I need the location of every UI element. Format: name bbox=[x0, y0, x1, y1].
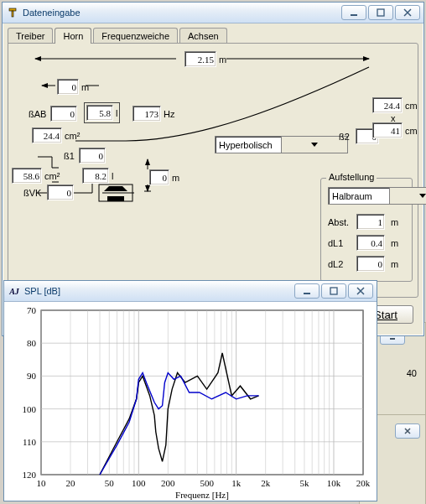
aufstellung-legend: Aufstellung bbox=[326, 172, 377, 182]
spl-app-icon: AJ bbox=[8, 284, 21, 298]
svg-text:120: 120 bbox=[23, 470, 37, 480]
height-field[interactable]: m bbox=[149, 169, 179, 185]
tab-bar: Treiber Horn Frequenzweiche Achsen bbox=[3, 23, 423, 43]
svg-text:Frequenz [Hz]: Frequenz [Hz] bbox=[175, 490, 229, 500]
bg-close-icon bbox=[395, 423, 420, 439]
spl-window: AJ SPL [dB] 1201101009080701020501002005… bbox=[3, 280, 377, 501]
bvk-field[interactable] bbox=[47, 184, 74, 200]
area-top-field[interactable]: cm² bbox=[32, 127, 80, 143]
svg-rect-15 bbox=[330, 288, 337, 294]
svg-text:20: 20 bbox=[66, 478, 76, 488]
svg-text:2k: 2k bbox=[261, 478, 271, 488]
spl-chart: 1201101009080701020501002005001k2k5k10k2… bbox=[4, 302, 373, 500]
mouth-h-field[interactable]: cm bbox=[372, 122, 418, 138]
svg-text:10: 10 bbox=[37, 478, 47, 488]
aufstellung-group: Aufstellung Halbraum Abst. m dL1 m dL2 m bbox=[320, 178, 413, 282]
total-length-field[interactable]: m bbox=[184, 51, 226, 67]
svg-rect-4 bbox=[377, 9, 384, 16]
spl-window-title: SPL [dB] bbox=[24, 286, 294, 296]
chevron-down-icon bbox=[281, 137, 347, 153]
bab-field[interactable] bbox=[50, 106, 77, 122]
dl1-label: dL1 bbox=[328, 238, 356, 248]
svg-text:500: 500 bbox=[200, 478, 214, 488]
abst-label: Abst. bbox=[328, 217, 356, 227]
svg-rect-16 bbox=[41, 310, 363, 475]
svg-rect-10 bbox=[107, 196, 124, 201]
svg-rect-2 bbox=[12, 11, 13, 17]
svg-text:70: 70 bbox=[27, 305, 37, 315]
svg-text:80: 80 bbox=[27, 338, 37, 348]
bg-number: 40 bbox=[407, 368, 417, 378]
maximize-button[interactable] bbox=[368, 5, 393, 20]
spl-minimize-button[interactable] bbox=[294, 283, 320, 299]
abst-field[interactable] bbox=[356, 214, 388, 230]
svg-text:90: 90 bbox=[27, 371, 37, 381]
mouth-w-field[interactable]: cm bbox=[372, 97, 418, 113]
b1-field[interactable] bbox=[79, 148, 106, 164]
close-button[interactable] bbox=[395, 5, 420, 20]
app-icon bbox=[6, 6, 19, 19]
b1-label: ß1 bbox=[64, 151, 75, 161]
dl2-label: dL2 bbox=[328, 259, 356, 269]
tab-treiber[interactable]: Treiber bbox=[8, 28, 53, 44]
dl2-field[interactable] bbox=[356, 256, 388, 272]
tab-frequenzweiche[interactable]: Frequenzweiche bbox=[93, 28, 178, 44]
svg-text:5k: 5k bbox=[299, 478, 309, 488]
inner-width-field[interactable]: l bbox=[84, 102, 120, 123]
svg-rect-14 bbox=[304, 293, 310, 294]
svg-text:10k: 10k bbox=[327, 478, 341, 488]
titlebar: Dateneingabe bbox=[3, 3, 423, 23]
dl1-field[interactable] bbox=[356, 235, 388, 251]
area-bottom-field[interactable]: cm² bbox=[12, 168, 60, 184]
chevron-down-icon bbox=[389, 188, 426, 204]
svg-text:100: 100 bbox=[23, 404, 37, 414]
svg-text:1k: 1k bbox=[231, 478, 242, 488]
window-title: Dateneingabe bbox=[23, 8, 341, 18]
inner-hz-field[interactable]: Hz bbox=[132, 106, 174, 122]
bvk-label: ßVK bbox=[23, 188, 41, 198]
segment-top-field[interactable]: m bbox=[57, 79, 89, 95]
spl-close-button[interactable] bbox=[348, 283, 373, 299]
tab-achsen[interactable]: Achsen bbox=[179, 28, 227, 44]
spl-maximize-button[interactable] bbox=[321, 283, 346, 299]
svg-rect-3 bbox=[351, 14, 357, 16]
minimize-button[interactable] bbox=[341, 5, 366, 20]
svg-text:110: 110 bbox=[23, 437, 37, 447]
tab-sheet-horn: m m ßAB l Hz cm² ß1 cm² l ßVK bbox=[8, 43, 418, 298]
tab-horn[interactable]: Horn bbox=[55, 28, 91, 44]
svg-text:50: 50 bbox=[105, 478, 115, 488]
svg-text:20k: 20k bbox=[356, 478, 371, 488]
spl-titlebar: AJ SPL [dB] bbox=[4, 281, 377, 302]
bab-label: ßAB bbox=[29, 109, 46, 119]
svg-rect-1 bbox=[9, 8, 16, 11]
aufstellung-mode-dropdown[interactable]: Halbraum bbox=[328, 187, 426, 205]
shape-dropdown[interactable]: Hyperbolisch bbox=[215, 136, 348, 153]
svg-text:100: 100 bbox=[132, 478, 146, 488]
b2-label: ß2 bbox=[339, 132, 350, 142]
bottom-vol-field[interactable]: l bbox=[82, 168, 113, 184]
svg-text:200: 200 bbox=[161, 478, 175, 488]
